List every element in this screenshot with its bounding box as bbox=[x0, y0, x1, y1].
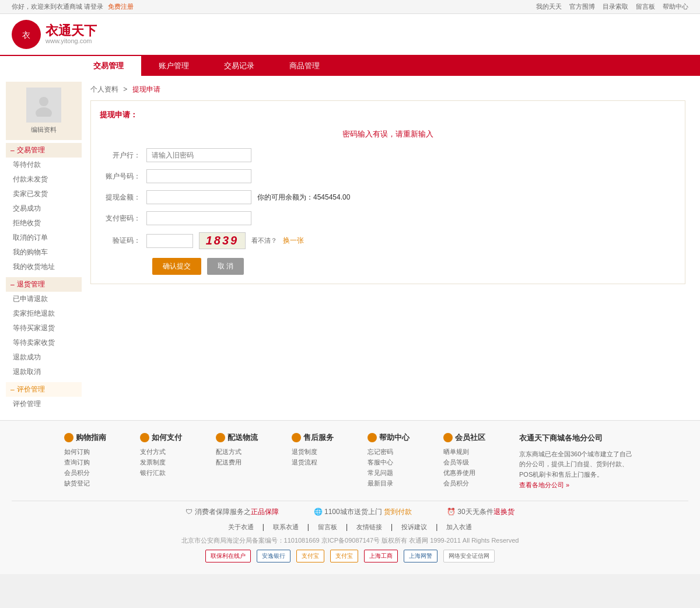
footer-col-logistics-title: 配送物流 bbox=[216, 432, 274, 443]
header: 衣 衣通天下 www.yitong.com bbox=[0, 14, 700, 56]
footer-link-customer-service[interactable]: 客服中心 bbox=[368, 458, 426, 467]
captcha-label: 验证码： bbox=[100, 236, 146, 246]
sidebar-item-transaction-success[interactable]: 交易成功 bbox=[6, 201, 82, 216]
sidebar-edit-label[interactable]: 编辑资料 bbox=[12, 125, 76, 134]
sidebar-item-waiting-seller-receive[interactable]: 等待卖家收货 bbox=[6, 336, 82, 350]
greeting-text: 你好，欢迎来到衣通商城 bbox=[12, 3, 82, 10]
footer-link-latest-catalog[interactable]: 最新目录 bbox=[368, 479, 426, 488]
help-center-link[interactable]: 帮助中心 bbox=[663, 3, 688, 10]
separator1: | bbox=[262, 523, 264, 532]
footer-col-company: 衣通天下商城各地分公司 京东商城已在全国360个城市建立了自己的分公司，提供上门… bbox=[519, 432, 636, 492]
breadcrumb-home[interactable]: 个人资料 bbox=[90, 85, 118, 93]
tab-account-management[interactable]: 账户管理 bbox=[141, 56, 206, 76]
bank-input[interactable] bbox=[146, 148, 251, 162]
return-link[interactable]: 退换货 bbox=[494, 508, 514, 516]
sidebar-item-seller-refused-refund[interactable]: 卖家拒绝退款 bbox=[6, 306, 82, 321]
sidebar-item-waiting-payment[interactable]: 等待付款 bbox=[6, 158, 82, 172]
clock-icon: ⏰ bbox=[447, 508, 456, 516]
sidebar-item-refund-success[interactable]: 退款成功 bbox=[6, 350, 82, 365]
nav-tabs: 交易管理 账户管理 交易记录 商品管理 bbox=[0, 56, 700, 76]
sidebar-item-applied-refund[interactable]: 已申请退款 bbox=[6, 292, 82, 306]
submit-button[interactable]: 确认提交 bbox=[152, 258, 201, 275]
login-link[interactable]: 请登录 bbox=[84, 3, 103, 10]
footer-link-return-process[interactable]: 退货流程 bbox=[292, 458, 350, 467]
payment-icon bbox=[140, 433, 149, 442]
sidebar-item-evaluation-management[interactable]: 评价管理 bbox=[6, 397, 82, 411]
footer-col-logistics: 配送物流 配送方式 配送费用 bbox=[216, 432, 274, 492]
register-link[interactable]: 免费注册 bbox=[108, 3, 134, 10]
footer-link-query-order[interactable]: 查询订购 bbox=[64, 458, 123, 467]
footer-bottom: 🛡 消费者保障服务之正品保障 🌐 1100城市送货上门 货到付款 ⏰ 30天无条… bbox=[12, 501, 688, 562]
guarantee-return: ⏰ 30天无条件退换货 bbox=[447, 507, 514, 517]
footer-contact-link[interactable]: 联系衣通 bbox=[273, 523, 299, 532]
bank-row: 开户行： bbox=[100, 148, 676, 162]
sidebar-item-waiting-buyer-return[interactable]: 等待买家退货 bbox=[6, 321, 82, 336]
footer-friendly-link[interactable]: 友情链接 bbox=[356, 523, 382, 532]
sidebar-item-shopping-cart[interactable]: 我的购物车 bbox=[6, 245, 82, 260]
footer-col-aftersale-title: 售后服务 bbox=[292, 432, 350, 443]
sidebar-item-cancelled-order[interactable]: 取消的订单 bbox=[6, 230, 82, 245]
footer-link-payment-method[interactable]: 支付方式 bbox=[140, 448, 198, 456]
footer-col-payment: 如何支付 支付方式 发票制度 银行汇款 bbox=[140, 432, 198, 492]
footer-link-delivery-method[interactable]: 配送方式 bbox=[216, 448, 274, 456]
footer-link-how-to-order[interactable]: 如何订购 bbox=[64, 448, 123, 456]
cod-link[interactable]: 货到付款 bbox=[384, 508, 412, 516]
message-board-link[interactable]: 留言板 bbox=[636, 3, 655, 10]
footer-badges: 联保利在线户 安逸银行 支付宝 支付宝 上海工商 上海网警 网络安全证信网 bbox=[12, 550, 688, 562]
company-branches-link[interactable]: 查看各地分公司 » bbox=[519, 480, 636, 491]
footer-link-bank-transfer[interactable]: 银行汇款 bbox=[140, 469, 198, 477]
main-content: 个人资料 > 提现申请 提现申请： 密码输入有误，请重新输入 开户行： 账户号码… bbox=[82, 82, 694, 414]
badge-bank: 安逸银行 bbox=[257, 550, 290, 562]
authentic-link[interactable]: 正品保障 bbox=[251, 508, 279, 516]
footer-link-member-level[interactable]: 会员等级 bbox=[443, 458, 502, 467]
sidebar-item-refund-cancelled[interactable]: 退款取消 bbox=[6, 365, 82, 379]
captcha-cant-text: 看不清？ bbox=[251, 236, 277, 245]
logo[interactable]: 衣 衣通天下 www.yitong.com bbox=[12, 20, 97, 49]
sidebar-item-paid-unshipped[interactable]: 付款未发货 bbox=[6, 172, 82, 187]
footer-link-out-of-stock[interactable]: 缺货登记 bbox=[64, 479, 123, 488]
my-tiantian-link[interactable]: 我的天天 bbox=[536, 3, 562, 10]
tab-product-management[interactable]: 商品管理 bbox=[272, 56, 337, 76]
available-balance: 你的可用余额为：4545454.00 bbox=[257, 193, 350, 202]
footer-legal: 北京市公安商局海淀分局备案编号：1101081669 京ICP备09087147… bbox=[12, 536, 688, 545]
tab-transaction-management[interactable]: 交易管理 bbox=[76, 56, 141, 76]
footer-link-show-rules[interactable]: 晒单规则 bbox=[443, 448, 502, 456]
badge-unionpay: 联保利在线户 bbox=[205, 550, 251, 562]
footer-about-link[interactable]: 关于衣通 bbox=[228, 523, 254, 532]
content-area: 编辑资料 交易管理 等待付款 付款未发货 卖家已发货 交易成功 拒绝收货 取消的… bbox=[0, 76, 700, 420]
footer-link-member-points2[interactable]: 会员积分 bbox=[443, 479, 502, 488]
shopping-icon bbox=[64, 433, 74, 442]
badge-network-security: 网络安全证信网 bbox=[443, 550, 495, 562]
footer-link-forget-password[interactable]: 忘记密码 bbox=[368, 448, 426, 456]
catalog-link[interactable]: 目录索取 bbox=[603, 3, 628, 10]
sidebar-item-seller-shipped[interactable]: 卖家已发货 bbox=[6, 187, 82, 201]
footer-complaint-link[interactable]: 投诉建议 bbox=[401, 523, 427, 532]
cancel-button[interactable]: 取 消 bbox=[207, 258, 244, 275]
payment-password-input[interactable] bbox=[146, 211, 251, 225]
breadcrumb: 个人资料 > 提现申请 bbox=[90, 85, 685, 95]
shield-icon: 🛡 bbox=[186, 508, 192, 516]
footer-join-link[interactable]: 加入衣通 bbox=[446, 523, 472, 532]
footer-col-community: 会员社区 晒单规则 会员等级 优惠券使用 会员积分 bbox=[443, 432, 502, 492]
top-bar-right: 我的天天 官方围博 目录索取 留言板 帮助中心 bbox=[530, 2, 688, 11]
sidebar-item-rejected-goods[interactable]: 拒绝收货 bbox=[6, 216, 82, 230]
footer-message-link[interactable]: 留言板 bbox=[318, 523, 337, 532]
badge-shanghai-industry: 上海工商 bbox=[364, 550, 398, 562]
footer-link-return-policy[interactable]: 退货制度 bbox=[292, 448, 350, 456]
form-buttons: 确认提交 取 消 bbox=[100, 258, 676, 275]
official-weibo-link[interactable]: 官方围博 bbox=[569, 3, 595, 10]
sidebar-section-evaluation: 评价管理 评价管理 bbox=[6, 382, 82, 411]
sidebar-item-shipping-address[interactable]: 我的收货地址 bbox=[6, 260, 82, 274]
footer-link-member-points[interactable]: 会员积分 bbox=[64, 469, 123, 477]
footer-link-delivery-fee[interactable]: 配送费用 bbox=[216, 458, 274, 467]
amount-input[interactable] bbox=[146, 190, 251, 204]
footer-link-invoice[interactable]: 发票制度 bbox=[140, 458, 198, 467]
captcha-input[interactable] bbox=[146, 234, 193, 248]
avatar bbox=[26, 88, 61, 123]
account-number-input[interactable] bbox=[146, 169, 251, 183]
tab-transaction-records[interactable]: 交易记录 bbox=[206, 56, 272, 76]
svg-point-2 bbox=[39, 97, 48, 106]
footer-link-faq[interactable]: 常见问题 bbox=[368, 469, 426, 477]
captcha-refresh-link[interactable]: 换一张 bbox=[283, 236, 304, 246]
footer-link-coupon-use[interactable]: 优惠券使用 bbox=[443, 469, 502, 477]
